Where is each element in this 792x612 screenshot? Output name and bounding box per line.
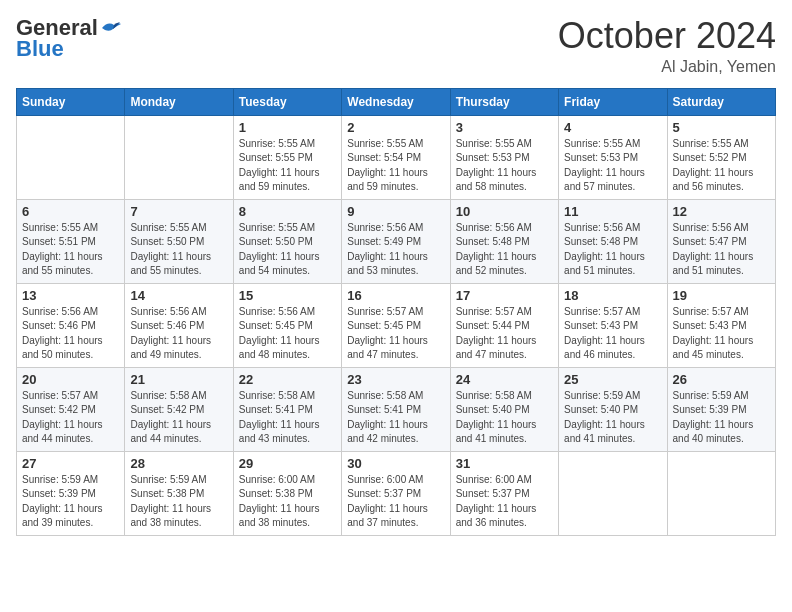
calendar-cell: 20Sunrise: 5:57 AM Sunset: 5:42 PM Dayli… <box>17 367 125 451</box>
day-number: 5 <box>673 120 770 135</box>
day-info: Sunrise: 5:55 AM Sunset: 5:51 PM Dayligh… <box>22 221 119 279</box>
day-info: Sunrise: 5:56 AM Sunset: 5:46 PM Dayligh… <box>22 305 119 363</box>
weekday-header-monday: Monday <box>125 88 233 115</box>
calendar-cell: 17Sunrise: 5:57 AM Sunset: 5:44 PM Dayli… <box>450 283 558 367</box>
calendar-cell: 23Sunrise: 5:58 AM Sunset: 5:41 PM Dayli… <box>342 367 450 451</box>
day-info: Sunrise: 5:58 AM Sunset: 5:40 PM Dayligh… <box>456 389 553 447</box>
day-info: Sunrise: 5:55 AM Sunset: 5:54 PM Dayligh… <box>347 137 444 195</box>
day-info: Sunrise: 5:58 AM Sunset: 5:41 PM Dayligh… <box>239 389 336 447</box>
day-number: 6 <box>22 204 119 219</box>
calendar-header: SundayMondayTuesdayWednesdayThursdayFrid… <box>17 88 776 115</box>
day-info: Sunrise: 5:57 AM Sunset: 5:43 PM Dayligh… <box>673 305 770 363</box>
day-info: Sunrise: 5:57 AM Sunset: 5:43 PM Dayligh… <box>564 305 661 363</box>
day-info: Sunrise: 5:56 AM Sunset: 5:49 PM Dayligh… <box>347 221 444 279</box>
calendar-cell: 3Sunrise: 5:55 AM Sunset: 5:53 PM Daylig… <box>450 115 558 199</box>
day-number: 16 <box>347 288 444 303</box>
logo-text-blue: Blue <box>16 36 64 62</box>
day-number: 9 <box>347 204 444 219</box>
day-number: 17 <box>456 288 553 303</box>
day-info: Sunrise: 5:59 AM Sunset: 5:39 PM Dayligh… <box>22 473 119 531</box>
day-info: Sunrise: 6:00 AM Sunset: 5:38 PM Dayligh… <box>239 473 336 531</box>
day-number: 20 <box>22 372 119 387</box>
calendar-cell: 15Sunrise: 5:56 AM Sunset: 5:45 PM Dayli… <box>233 283 341 367</box>
day-number: 22 <box>239 372 336 387</box>
day-number: 27 <box>22 456 119 471</box>
calendar-cell: 5Sunrise: 5:55 AM Sunset: 5:52 PM Daylig… <box>667 115 775 199</box>
day-info: Sunrise: 5:57 AM Sunset: 5:45 PM Dayligh… <box>347 305 444 363</box>
day-number: 13 <box>22 288 119 303</box>
day-info: Sunrise: 5:55 AM Sunset: 5:50 PM Dayligh… <box>130 221 227 279</box>
day-number: 21 <box>130 372 227 387</box>
calendar-cell: 2Sunrise: 5:55 AM Sunset: 5:54 PM Daylig… <box>342 115 450 199</box>
calendar-cell: 25Sunrise: 5:59 AM Sunset: 5:40 PM Dayli… <box>559 367 667 451</box>
day-info: Sunrise: 5:56 AM Sunset: 5:47 PM Dayligh… <box>673 221 770 279</box>
calendar-cell: 13Sunrise: 5:56 AM Sunset: 5:46 PM Dayli… <box>17 283 125 367</box>
day-number: 18 <box>564 288 661 303</box>
title-block: October 2024 Al Jabin, Yemen <box>558 16 776 76</box>
weekday-header-thursday: Thursday <box>450 88 558 115</box>
day-info: Sunrise: 5:58 AM Sunset: 5:41 PM Dayligh… <box>347 389 444 447</box>
calendar-cell: 18Sunrise: 5:57 AM Sunset: 5:43 PM Dayli… <box>559 283 667 367</box>
calendar-cell <box>17 115 125 199</box>
weekday-header-saturday: Saturday <box>667 88 775 115</box>
page-header: General Blue October 2024 Al Jabin, Yeme… <box>16 16 776 76</box>
day-number: 1 <box>239 120 336 135</box>
calendar-cell: 28Sunrise: 5:59 AM Sunset: 5:38 PM Dayli… <box>125 451 233 535</box>
day-info: Sunrise: 5:56 AM Sunset: 5:45 PM Dayligh… <box>239 305 336 363</box>
day-number: 19 <box>673 288 770 303</box>
day-info: Sunrise: 5:59 AM Sunset: 5:38 PM Dayligh… <box>130 473 227 531</box>
day-info: Sunrise: 5:55 AM Sunset: 5:53 PM Dayligh… <box>564 137 661 195</box>
month-title: October 2024 <box>558 16 776 56</box>
calendar-cell: 12Sunrise: 5:56 AM Sunset: 5:47 PM Dayli… <box>667 199 775 283</box>
day-number: 10 <box>456 204 553 219</box>
day-info: Sunrise: 5:58 AM Sunset: 5:42 PM Dayligh… <box>130 389 227 447</box>
day-number: 7 <box>130 204 227 219</box>
calendar-cell: 9Sunrise: 5:56 AM Sunset: 5:49 PM Daylig… <box>342 199 450 283</box>
day-number: 14 <box>130 288 227 303</box>
calendar-cell: 19Sunrise: 5:57 AM Sunset: 5:43 PM Dayli… <box>667 283 775 367</box>
calendar-cell: 24Sunrise: 5:58 AM Sunset: 5:40 PM Dayli… <box>450 367 558 451</box>
calendar-cell: 11Sunrise: 5:56 AM Sunset: 5:48 PM Dayli… <box>559 199 667 283</box>
day-info: Sunrise: 6:00 AM Sunset: 5:37 PM Dayligh… <box>456 473 553 531</box>
calendar-cell <box>559 451 667 535</box>
day-info: Sunrise: 5:55 AM Sunset: 5:55 PM Dayligh… <box>239 137 336 195</box>
calendar-cell <box>667 451 775 535</box>
calendar-cell: 27Sunrise: 5:59 AM Sunset: 5:39 PM Dayli… <box>17 451 125 535</box>
weekday-header-wednesday: Wednesday <box>342 88 450 115</box>
calendar-cell: 8Sunrise: 5:55 AM Sunset: 5:50 PM Daylig… <box>233 199 341 283</box>
calendar-cell: 30Sunrise: 6:00 AM Sunset: 5:37 PM Dayli… <box>342 451 450 535</box>
day-info: Sunrise: 5:55 AM Sunset: 5:52 PM Dayligh… <box>673 137 770 195</box>
weekday-header-tuesday: Tuesday <box>233 88 341 115</box>
day-info: Sunrise: 5:56 AM Sunset: 5:48 PM Dayligh… <box>564 221 661 279</box>
calendar-cell: 1Sunrise: 5:55 AM Sunset: 5:55 PM Daylig… <box>233 115 341 199</box>
calendar-cell: 4Sunrise: 5:55 AM Sunset: 5:53 PM Daylig… <box>559 115 667 199</box>
day-info: Sunrise: 5:55 AM Sunset: 5:50 PM Dayligh… <box>239 221 336 279</box>
location-text: Al Jabin, Yemen <box>558 58 776 76</box>
day-number: 15 <box>239 288 336 303</box>
calendar-cell: 21Sunrise: 5:58 AM Sunset: 5:42 PM Dayli… <box>125 367 233 451</box>
day-number: 3 <box>456 120 553 135</box>
day-number: 23 <box>347 372 444 387</box>
day-number: 24 <box>456 372 553 387</box>
calendar-cell: 10Sunrise: 5:56 AM Sunset: 5:48 PM Dayli… <box>450 199 558 283</box>
calendar-cell: 14Sunrise: 5:56 AM Sunset: 5:46 PM Dayli… <box>125 283 233 367</box>
day-info: Sunrise: 6:00 AM Sunset: 5:37 PM Dayligh… <box>347 473 444 531</box>
logo-bird-icon <box>100 20 122 38</box>
day-number: 8 <box>239 204 336 219</box>
day-number: 11 <box>564 204 661 219</box>
day-info: Sunrise: 5:56 AM Sunset: 5:46 PM Dayligh… <box>130 305 227 363</box>
weekday-header-sunday: Sunday <box>17 88 125 115</box>
day-number: 28 <box>130 456 227 471</box>
day-info: Sunrise: 5:59 AM Sunset: 5:39 PM Dayligh… <box>673 389 770 447</box>
calendar-cell: 7Sunrise: 5:55 AM Sunset: 5:50 PM Daylig… <box>125 199 233 283</box>
day-number: 29 <box>239 456 336 471</box>
day-number: 30 <box>347 456 444 471</box>
day-number: 31 <box>456 456 553 471</box>
calendar-cell: 31Sunrise: 6:00 AM Sunset: 5:37 PM Dayli… <box>450 451 558 535</box>
calendar-cell: 6Sunrise: 5:55 AM Sunset: 5:51 PM Daylig… <box>17 199 125 283</box>
logo: General Blue <box>16 16 122 62</box>
calendar-cell: 22Sunrise: 5:58 AM Sunset: 5:41 PM Dayli… <box>233 367 341 451</box>
calendar-table: SundayMondayTuesdayWednesdayThursdayFrid… <box>16 88 776 536</box>
day-number: 26 <box>673 372 770 387</box>
day-info: Sunrise: 5:56 AM Sunset: 5:48 PM Dayligh… <box>456 221 553 279</box>
